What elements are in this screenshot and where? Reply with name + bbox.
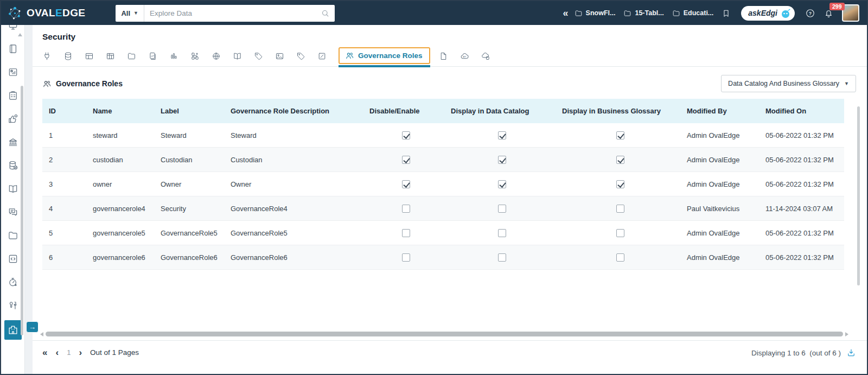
column-header: Label [156, 99, 226, 123]
users-icon [345, 51, 354, 60]
tab-connector-icon[interactable] [42, 52, 63, 61]
timer-icon[interactable] [8, 277, 18, 288]
chat-icon[interactable] [8, 207, 18, 218]
tab-table-icon[interactable] [85, 52, 106, 61]
table-row: 5governancerole5GovernanceRole5Governanc… [42, 221, 844, 245]
display-data-catalog-checkbox[interactable] [498, 205, 506, 213]
next-page-button[interactable]: › [79, 348, 82, 357]
tab-table-columns-icon[interactable] [106, 52, 127, 61]
disable-enable-checkbox[interactable] [402, 156, 410, 164]
vertical-scrollbar[interactable] [857, 106, 860, 285]
collapse-breadcrumb-icon[interactable]: « [563, 8, 569, 18]
search-icon[interactable] [321, 9, 330, 18]
tab-hierarchy-icon[interactable] [190, 52, 212, 61]
open-book-icon[interactable] [8, 183, 18, 194]
first-page-button[interactable]: « [42, 348, 47, 357]
previous-page-button[interactable]: ‹ [55, 348, 59, 357]
display-business-glossary-checkbox[interactable] [616, 156, 624, 164]
tab-governance-roles-active[interactable]: Governance Roles [339, 47, 430, 64]
notification-count-badge: 299 [829, 3, 845, 11]
display-data-catalog-checkbox[interactable] [498, 180, 506, 188]
disable-enable-checkbox[interactable] [402, 205, 410, 213]
cell-display-data-catalog [446, 221, 558, 245]
cell-display-business-glossary [558, 221, 682, 245]
tab-file-icon[interactable] [439, 52, 460, 61]
folder-icon [623, 9, 631, 17]
screen-icon[interactable] [8, 25, 18, 31]
disable-enable-checkbox[interactable] [402, 229, 410, 237]
sidebar-item-active-building[interactable] [4, 320, 22, 340]
display-data-catalog-checkbox[interactable] [498, 131, 506, 139]
view-scope-dropdown[interactable]: Data Catalog And Business Glossary ▼ [721, 75, 856, 92]
download-icon[interactable] [846, 348, 856, 358]
help-icon[interactable]: ? [805, 8, 815, 18]
column-header: ID [42, 99, 88, 123]
cell-modified-on: 05-06-2022 01:32 PM [761, 148, 844, 172]
cell-disable-enable [365, 221, 446, 245]
folder-icon[interactable] [8, 230, 18, 241]
sidebar-scrollbar[interactable] [21, 86, 23, 335]
user-avatar[interactable] [842, 4, 859, 22]
search-input[interactable] [144, 9, 321, 17]
approval-icon[interactable] [8, 113, 18, 124]
database-check-icon[interactable] [8, 160, 18, 171]
sidebar-scroll-up-icon[interactable] [18, 33, 22, 36]
tab-image-icon[interactable] [275, 52, 296, 61]
brand-wordmark: OVALEDGE [27, 7, 85, 19]
search-scope-dropdown[interactable]: All ▼ [116, 5, 144, 22]
recent-item-1[interactable]: SnowFl... [575, 9, 616, 17]
ask-edgi-button[interactable]: askEdgi [741, 6, 795, 21]
table-row: 3ownerOwnerOwnerAdmin OvalEdge05-06-2022… [42, 172, 844, 196]
cell-label: GovernanceRole6 [156, 245, 226, 270]
display-data-catalog-checkbox[interactable] [498, 156, 506, 164]
tab-cloud-api-icon[interactable]: API [460, 52, 481, 61]
notifications-button[interactable]: 299 [824, 8, 834, 18]
display-data-catalog-checkbox[interactable] [498, 253, 506, 262]
tab-label-icon[interactable] [296, 52, 317, 61]
tab-edit-box-icon[interactable] [317, 52, 339, 61]
horizontal-scroll-thumb[interactable] [46, 332, 843, 336]
tab-report-icon[interactable] [148, 52, 169, 61]
tab-cloud-copy-icon[interactable] [481, 52, 502, 61]
tab-database-icon[interactable] [63, 52, 85, 61]
disable-enable-checkbox[interactable] [402, 253, 410, 262]
cell-name: governancerole4 [88, 196, 156, 221]
cell-id: 2 [42, 148, 88, 172]
recent-item-3[interactable]: Educati... [672, 9, 714, 17]
cell-name: governancerole5 [88, 221, 156, 245]
display-business-glossary-checkbox[interactable] [616, 205, 624, 213]
cell-display-data-catalog [446, 172, 558, 196]
display-business-glossary-checkbox[interactable] [616, 229, 624, 237]
display-business-glossary-checkbox[interactable] [616, 180, 624, 188]
table-row: 6governancerole6GovernanceRole6Governanc… [42, 245, 844, 270]
tab-book-icon[interactable] [233, 52, 254, 61]
display-business-glossary-checkbox[interactable] [616, 131, 624, 139]
search-scope-label: All [121, 9, 130, 17]
disable-enable-checkbox[interactable] [402, 131, 410, 139]
bookmark-icon[interactable] [722, 9, 731, 18]
tab-folder-icon[interactable] [127, 52, 148, 61]
sidebar-expand-button[interactable]: → [26, 321, 39, 333]
clipboard-icon[interactable] [8, 90, 18, 101]
cell-display-data-catalog [446, 148, 558, 172]
tab-bar-chart-icon[interactable] [169, 52, 190, 61]
cell-disable-enable [365, 172, 446, 196]
disable-enable-checkbox[interactable] [402, 180, 410, 188]
tools-icon[interactable] [8, 300, 18, 311]
scroll-right-icon[interactable] [845, 332, 848, 336]
pagination-bar: « ‹ 1 › Out of 1 Pages Displaying 1 to 6… [33, 340, 867, 374]
code-icon[interactable] [8, 253, 18, 264]
recent-item-2[interactable]: 15-Tabl... [623, 9, 663, 17]
scroll-left-icon[interactable] [40, 332, 43, 336]
app-window: OVALEDGE All ▼ « SnowFl... 15-Tabl... [0, 0, 868, 375]
cell-description: GovernanceRole5 [226, 221, 365, 245]
tab-globe-icon[interactable] [212, 52, 233, 61]
notebook-icon[interactable] [8, 43, 18, 54]
dashboard-icon[interactable] [8, 67, 18, 78]
cell-id: 5 [42, 221, 88, 245]
brand-logo[interactable]: OVALEDGE [8, 6, 85, 21]
display-data-catalog-checkbox[interactable] [498, 229, 506, 237]
tab-tag-icon[interactable] [254, 52, 275, 61]
display-business-glossary-checkbox[interactable] [616, 253, 624, 262]
bank-icon[interactable] [8, 137, 18, 148]
